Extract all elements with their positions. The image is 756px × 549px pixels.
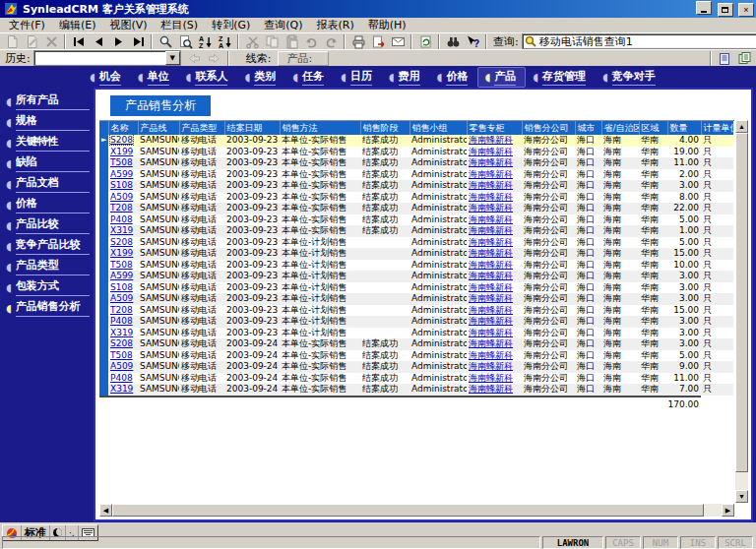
sort-descending-button[interactable]: ZA: [215, 33, 234, 49]
sidebar-item-规格[interactable]: ◖规格: [6, 114, 90, 130]
tab-类别[interactable]: ◖类别: [237, 67, 285, 88]
column-header[interactable]: 销售小组: [410, 121, 467, 135]
horizontal-scrollbar[interactable]: ◀ ▶: [99, 504, 734, 517]
product-link[interactable]: A509: [110, 293, 133, 303]
tab-联系人[interactable]: ◖联系人: [179, 67, 238, 88]
column-header[interactable]: 城市: [575, 121, 601, 135]
table-row[interactable]: X319SAMSUNG移动电话2003-09-24本单位-实际销售结案成功Adm…: [99, 384, 733, 396]
sidebar-item-产品文档[interactable]: ◖产品文档: [6, 176, 90, 192]
column-header[interactable]: 销售方法: [280, 121, 360, 135]
counter-link[interactable]: 海南蜂新科: [469, 282, 513, 292]
first-record-button[interactable]: [69, 33, 89, 49]
product-link[interactable]: S208: [110, 338, 133, 348]
menu-item[interactable]: 帮助(H): [361, 18, 413, 32]
scroll-down-button[interactable]: ▼: [735, 490, 748, 503]
table-row[interactable]: X319SAMSUNG移动电话2003-09-23本单位-实际销售结案成功Adm…: [99, 225, 733, 237]
column-header[interactable]: 省/自治区: [601, 121, 639, 135]
product-link[interactable]: S208: [110, 135, 133, 145]
product-link[interactable]: P408: [110, 316, 133, 326]
export-button[interactable]: [368, 33, 388, 49]
mail-button[interactable]: [388, 33, 408, 49]
tab-费用[interactable]: ◖费用: [382, 67, 430, 88]
sidebar-item-关键特性[interactable]: ◖关键特性: [6, 135, 90, 151]
counter-link[interactable]: 海南蜂新科: [469, 373, 513, 383]
product-link[interactable]: P408: [110, 214, 133, 224]
tab-竞争对手[interactable]: ◖竞争对手: [596, 67, 665, 88]
menu-item[interactable]: 编辑(E): [52, 18, 103, 32]
product-link[interactable]: S108: [110, 282, 133, 292]
scroll-up-button[interactable]: ▲: [735, 120, 748, 133]
product-link[interactable]: A509: [110, 361, 133, 371]
tab-存货管理[interactable]: ◖存货管理: [526, 67, 596, 88]
table-row[interactable]: S108SAMSUNG移动电话2003-09-23本单位-计划销售Adminis…: [99, 282, 733, 294]
counter-link[interactable]: 海南蜂新科: [469, 271, 513, 280]
table-row[interactable]: P408SAMSUNG移动电话2003-09-23本单位-计划销售Adminis…: [99, 316, 733, 328]
product-link[interactable]: X319: [110, 225, 133, 235]
last-record-button[interactable]: [128, 33, 148, 49]
column-header[interactable]: 结案日期: [224, 121, 280, 135]
column-header[interactable]: 产品线: [138, 121, 179, 135]
table-row[interactable]: T508SAMSUNG移动电话2003-09-24本单位-实际销售结案成功Adm…: [99, 350, 733, 362]
tab-任务[interactable]: ◖任务: [285, 67, 334, 88]
history-dropdown-arrow[interactable]: ▼: [165, 51, 180, 65]
refresh-button[interactable]: [415, 33, 435, 49]
sidebar-item-产品类型[interactable]: ◖产品类型: [6, 259, 90, 274]
counter-link[interactable]: 海南蜂新科: [469, 225, 513, 235]
journal-2-button[interactable]: [734, 50, 754, 66]
minimize-button[interactable]: [696, 1, 712, 15]
table-row[interactable]: A599SAMSUNG移动电话2003-09-23本单位-实际销售结案成功Adm…: [99, 169, 733, 181]
column-header[interactable]: 销售分公司: [522, 121, 575, 135]
counter-link[interactable]: 海南蜂新科: [469, 350, 513, 360]
horizontal-scroll-thumb[interactable]: [112, 504, 704, 517]
column-header[interactable]: 名称: [108, 121, 138, 135]
counter-link[interactable]: 海南蜂新科: [469, 237, 513, 247]
product-link[interactable]: A599: [110, 271, 133, 280]
counter-link[interactable]: 海南蜂新科: [469, 169, 513, 179]
counter-link[interactable]: 海南蜂新科: [469, 260, 513, 270]
context-help-button[interactable]: ?: [463, 33, 482, 49]
sidebar-item-产品销售分析[interactable]: ◖产品销售分析: [6, 300, 90, 316]
scroll-right-button[interactable]: ▶: [722, 504, 734, 517]
table-row[interactable]: A509SAMSUNG移动电话2003-09-23本单位-计划销售Adminis…: [99, 293, 733, 305]
table-row[interactable]: A599SAMSUNG移动电话2003-09-23本单位-计划销售Adminis…: [99, 271, 733, 282]
product-link[interactable]: X319: [110, 384, 133, 394]
counter-link[interactable]: 海南蜂新科: [469, 316, 513, 326]
sidebar-item-价格[interactable]: ◖价格: [6, 197, 90, 213]
product-link[interactable]: X319: [110, 328, 133, 337]
counter-link[interactable]: 海南蜂新科: [469, 293, 513, 303]
tab-机会[interactable]: ◖机会: [83, 67, 131, 88]
table-row[interactable]: X319SAMSUNG移动电话2003-09-23本单位-计划销售Adminis…: [99, 328, 733, 339]
menu-item[interactable]: 报表(R): [310, 18, 361, 32]
table-row[interactable]: T208SAMSUNG移动电话2003-09-23本单位-实际销售结案成功Adm…: [99, 203, 733, 214]
product-link[interactable]: T508: [110, 157, 133, 167]
column-header[interactable]: 销售阶段: [360, 121, 410, 135]
product-link[interactable]: T208: [110, 203, 133, 213]
column-header[interactable]: 计量单位: [701, 121, 733, 135]
history-combo[interactable]: ▼: [33, 50, 181, 66]
menu-item[interactable]: 栏目(S): [155, 18, 206, 32]
sort-ascending-button[interactable]: AZ: [195, 33, 215, 49]
tab-日历[interactable]: ◖日历: [334, 67, 382, 88]
print-button[interactable]: [348, 33, 368, 49]
menu-item[interactable]: 文件(F): [2, 18, 52, 32]
product-link[interactable]: A599: [110, 169, 133, 179]
counter-link[interactable]: 海南蜂新科: [469, 157, 513, 167]
column-header[interactable]: 零售专柜: [467, 121, 522, 135]
counter-link[interactable]: 海南蜂新科: [469, 214, 513, 224]
journal-1-button[interactable]: [715, 50, 734, 66]
product-link[interactable]: P408: [110, 373, 133, 383]
counter-link[interactable]: 海南蜂新科: [469, 203, 513, 213]
zoom-button[interactable]: [156, 33, 175, 49]
find-record-button[interactable]: [175, 33, 195, 49]
table-row[interactable]: P408SAMSUNG移动电话2003-09-24本单位-实际销售结案成功Adm…: [99, 373, 733, 385]
tab-价格[interactable]: ◖价格: [430, 67, 478, 88]
product-link[interactable]: S108: [110, 180, 133, 190]
counter-link[interactable]: 海南蜂新科: [469, 338, 513, 348]
scroll-left-button[interactable]: ◀: [99, 504, 112, 517]
vertical-scrollbar[interactable]: ▲ ▼: [735, 120, 748, 503]
counter-link[interactable]: 海南蜂新科: [469, 384, 513, 394]
counter-link[interactable]: 海南蜂新科: [469, 328, 513, 337]
table-row[interactable]: S208SAMSUNG移动电话2003-09-23本单位-计划销售Adminis…: [99, 237, 733, 249]
counter-link[interactable]: 海南蜂新科: [469, 147, 513, 156]
product-link[interactable]: X199: [110, 147, 133, 156]
